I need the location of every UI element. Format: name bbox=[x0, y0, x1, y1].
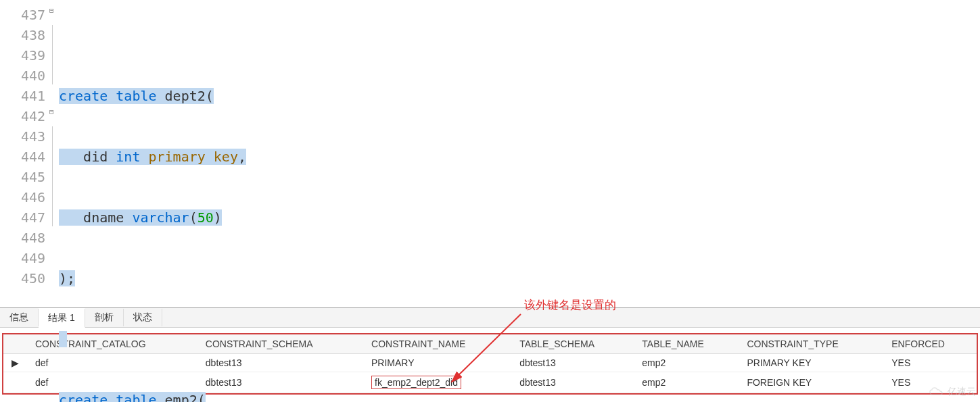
line-number: 448 bbox=[0, 228, 45, 248]
code-text: ); bbox=[59, 270, 75, 286]
line-gutter: 437 438 439 440 441 442 443 444 445 446 … bbox=[0, 0, 51, 307]
line-number: 442 bbox=[0, 106, 45, 126]
line-number: 450 bbox=[0, 268, 45, 288]
code-text: emp2( bbox=[157, 392, 206, 402]
annotation-text: 该外键名是设置的 bbox=[524, 297, 616, 313]
row-marker-icon bbox=[3, 372, 27, 393]
code-text: dept2( bbox=[157, 88, 214, 104]
code-text: ) bbox=[214, 209, 222, 226]
line-number: 446 bbox=[0, 187, 45, 207]
code-editor[interactable]: 437 438 439 440 441 442 443 444 445 446 … bbox=[0, 0, 980, 307]
kw-primary-key: primary key bbox=[148, 149, 237, 165]
row-marker-header bbox=[3, 334, 27, 354]
kw-table: table bbox=[116, 88, 156, 104]
code-text: did bbox=[59, 149, 116, 165]
line-number: 444 bbox=[0, 147, 45, 167]
kw-varchar: varchar bbox=[132, 209, 189, 226]
line-number: 443 bbox=[0, 126, 45, 147]
kw-create: create bbox=[59, 392, 108, 402]
fold-column: ⊟ ⊟ bbox=[51, 0, 59, 307]
line-number: 439 bbox=[0, 45, 45, 66]
code-text: ( bbox=[189, 209, 197, 226]
code-text: dname bbox=[59, 209, 132, 226]
kw-create: create bbox=[59, 88, 108, 104]
watermark: 亿速云 bbox=[929, 386, 976, 398]
line-partial bbox=[0, 0, 45, 5]
watermark-text: 亿速云 bbox=[948, 386, 976, 398]
line-number: 437 bbox=[0, 5, 45, 25]
code-text bbox=[59, 331, 67, 347]
tab-info[interactable]: 信息 bbox=[0, 309, 39, 326]
fold-icon[interactable]: ⊟ bbox=[49, 107, 54, 116]
line-number: 438 bbox=[0, 25, 45, 45]
num-literal: 50 bbox=[197, 209, 214, 226]
row-marker-icon: ▶ bbox=[3, 354, 27, 372]
code-area[interactable]: create table dept2( did int primary key,… bbox=[59, 0, 980, 307]
kw-int: int bbox=[116, 149, 140, 165]
line-number: 449 bbox=[0, 248, 45, 268]
line-number: 445 bbox=[0, 167, 45, 187]
fold-icon[interactable]: ⊟ bbox=[49, 6, 54, 15]
line-number: 440 bbox=[0, 66, 45, 86]
code-text: , bbox=[238, 149, 246, 165]
line-number: 441 bbox=[0, 86, 45, 106]
kw-table: table bbox=[116, 392, 156, 402]
line-number: 447 bbox=[0, 207, 45, 228]
